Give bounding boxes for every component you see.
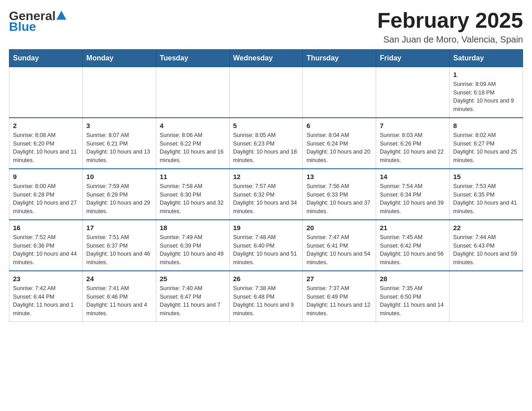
day-number: 10: [86, 173, 152, 180]
calendar-cell: [82, 67, 156, 118]
calendar-cell: 13Sunrise: 7:56 AMSunset: 6:33 PMDayligh…: [303, 169, 376, 220]
svg-marker-0: [56, 11, 66, 20]
day-info: Sunrise: 7:53 AMSunset: 6:35 PMDaylight:…: [453, 182, 519, 216]
calendar-cell: 1Sunrise: 8:09 AMSunset: 6:18 PMDaylight…: [450, 67, 523, 118]
day-number: 7: [380, 122, 446, 129]
day-info: Sunrise: 8:06 AMSunset: 6:22 PMDaylight:…: [160, 131, 226, 165]
day-info: Sunrise: 7:48 AMSunset: 6:40 PMDaylight:…: [233, 233, 299, 267]
calendar-cell: 24Sunrise: 7:41 AMSunset: 6:46 PMDayligh…: [82, 271, 156, 322]
logo-triangle-icon: [56, 11, 66, 20]
day-info: Sunrise: 8:03 AMSunset: 6:26 PMDaylight:…: [380, 131, 446, 165]
month-title: February 2025: [377, 9, 523, 33]
calendar-cell: 2Sunrise: 8:08 AMSunset: 6:20 PMDaylight…: [9, 118, 83, 169]
day-info: Sunrise: 7:42 AMSunset: 6:44 PMDaylight:…: [13, 284, 79, 318]
day-info: Sunrise: 7:35 AMSunset: 6:50 PMDaylight:…: [380, 284, 446, 318]
day-number: 1: [453, 71, 519, 78]
day-number: 9: [13, 173, 79, 180]
day-number: 13: [306, 173, 372, 180]
page-header: General Blue February 2025 San Juan de M…: [9, 9, 523, 45]
day-number: 18: [160, 224, 226, 231]
calendar-cell: [376, 67, 450, 118]
day-info: Sunrise: 7:38 AMSunset: 6:48 PMDaylight:…: [233, 284, 299, 318]
day-info: Sunrise: 7:57 AMSunset: 6:32 PMDaylight:…: [233, 182, 299, 216]
calendar-cell: 21Sunrise: 7:45 AMSunset: 6:42 PMDayligh…: [376, 220, 450, 271]
calendar-cell: 12Sunrise: 7:57 AMSunset: 6:32 PMDayligh…: [229, 169, 303, 220]
calendar-cell: [229, 67, 303, 118]
calendar-cell: 3Sunrise: 8:07 AMSunset: 6:21 PMDaylight…: [82, 118, 156, 169]
day-number: 20: [306, 224, 372, 231]
calendar-cell: 4Sunrise: 8:06 AMSunset: 6:22 PMDaylight…: [156, 118, 229, 169]
weekday-header-monday: Monday: [82, 49, 156, 67]
calendar-cell: 6Sunrise: 8:04 AMSunset: 6:24 PMDaylight…: [303, 118, 376, 169]
calendar-cell: 16Sunrise: 7:52 AMSunset: 6:36 PMDayligh…: [9, 220, 83, 271]
day-number: 8: [453, 122, 519, 129]
day-number: 17: [86, 224, 152, 231]
day-info: Sunrise: 7:40 AMSunset: 6:47 PMDaylight:…: [160, 284, 226, 318]
day-number: 11: [160, 173, 226, 180]
day-number: 5: [233, 122, 299, 129]
calendar-table: SundayMondayTuesdayWednesdayThursdayFrid…: [9, 49, 523, 322]
day-number: 14: [380, 173, 446, 180]
day-info: Sunrise: 7:41 AMSunset: 6:46 PMDaylight:…: [86, 284, 152, 318]
day-number: 12: [233, 173, 299, 180]
day-number: 26: [233, 275, 299, 283]
weekday-header-friday: Friday: [376, 49, 450, 67]
day-info: Sunrise: 7:45 AMSunset: 6:42 PMDaylight:…: [380, 233, 446, 267]
calendar-cell: 19Sunrise: 7:48 AMSunset: 6:40 PMDayligh…: [229, 220, 303, 271]
calendar-cell: [156, 67, 229, 118]
day-number: 22: [453, 224, 519, 231]
calendar-cell: 15Sunrise: 7:53 AMSunset: 6:35 PMDayligh…: [450, 169, 523, 220]
title-block: February 2025 San Juan de Moro, Valencia…: [377, 9, 523, 45]
day-number: 28: [380, 275, 446, 283]
weekday-header-wednesday: Wednesday: [229, 49, 303, 67]
calendar-cell: 7Sunrise: 8:03 AMSunset: 6:26 PMDaylight…: [376, 118, 450, 169]
calendar-week-2: 2Sunrise: 8:08 AMSunset: 6:20 PMDaylight…: [9, 118, 523, 169]
calendar-cell: 20Sunrise: 7:47 AMSunset: 6:41 PMDayligh…: [303, 220, 376, 271]
day-info: Sunrise: 7:44 AMSunset: 6:43 PMDaylight:…: [453, 233, 519, 267]
day-number: 21: [380, 224, 446, 231]
location-title: San Juan de Moro, Valencia, Spain: [377, 34, 523, 45]
calendar-cell: 17Sunrise: 7:51 AMSunset: 6:37 PMDayligh…: [82, 220, 156, 271]
weekday-header-tuesday: Tuesday: [156, 49, 229, 67]
day-info: Sunrise: 8:04 AMSunset: 6:24 PMDaylight:…: [306, 131, 372, 165]
logo: General Blue: [9, 9, 66, 34]
day-info: Sunrise: 7:37 AMSunset: 6:49 PMDaylight:…: [306, 284, 372, 318]
day-number: 2: [13, 122, 79, 129]
weekday-header-sunday: Sunday: [9, 49, 83, 67]
calendar-cell: 8Sunrise: 8:02 AMSunset: 6:27 PMDaylight…: [450, 118, 523, 169]
weekday-header-saturday: Saturday: [450, 49, 523, 67]
calendar-cell: [303, 67, 376, 118]
calendar-cell: 18Sunrise: 7:49 AMSunset: 6:39 PMDayligh…: [156, 220, 229, 271]
calendar-cell: 11Sunrise: 7:58 AMSunset: 6:30 PMDayligh…: [156, 169, 229, 220]
day-number: 3: [86, 122, 152, 129]
day-info: Sunrise: 8:08 AMSunset: 6:20 PMDaylight:…: [13, 131, 79, 165]
calendar-cell: 27Sunrise: 7:37 AMSunset: 6:49 PMDayligh…: [303, 271, 376, 322]
calendar-cell: 9Sunrise: 8:00 AMSunset: 6:28 PMDaylight…: [9, 169, 83, 220]
day-number: 27: [306, 275, 372, 283]
day-info: Sunrise: 7:54 AMSunset: 6:34 PMDaylight:…: [380, 182, 446, 216]
calendar-cell: 23Sunrise: 7:42 AMSunset: 6:44 PMDayligh…: [9, 271, 83, 322]
day-info: Sunrise: 7:52 AMSunset: 6:36 PMDaylight:…: [13, 233, 79, 267]
day-number: 24: [86, 275, 152, 283]
calendar-cell: 5Sunrise: 8:05 AMSunset: 6:23 PMDaylight…: [229, 118, 303, 169]
day-info: Sunrise: 7:59 AMSunset: 6:29 PMDaylight:…: [86, 182, 152, 216]
day-info: Sunrise: 7:51 AMSunset: 6:37 PMDaylight:…: [86, 233, 152, 267]
calendar-cell: 25Sunrise: 7:40 AMSunset: 6:47 PMDayligh…: [156, 271, 229, 322]
day-number: 25: [160, 275, 226, 283]
day-info: Sunrise: 8:05 AMSunset: 6:23 PMDaylight:…: [233, 131, 299, 165]
calendar-header-row: SundayMondayTuesdayWednesdayThursdayFrid…: [9, 49, 523, 67]
day-number: 4: [160, 122, 226, 129]
calendar-cell: [9, 67, 83, 118]
day-number: 16: [13, 224, 79, 231]
calendar-cell: 26Sunrise: 7:38 AMSunset: 6:48 PMDayligh…: [229, 271, 303, 322]
day-number: 19: [233, 224, 299, 231]
calendar-cell: 28Sunrise: 7:35 AMSunset: 6:50 PMDayligh…: [376, 271, 450, 322]
day-number: 6: [306, 122, 372, 129]
weekday-header-thursday: Thursday: [303, 49, 376, 67]
day-number: 15: [453, 173, 519, 180]
day-info: Sunrise: 7:58 AMSunset: 6:30 PMDaylight:…: [160, 182, 226, 216]
calendar-week-1: 1Sunrise: 8:09 AMSunset: 6:18 PMDaylight…: [9, 67, 523, 118]
day-info: Sunrise: 7:49 AMSunset: 6:39 PMDaylight:…: [160, 233, 226, 267]
calendar-week-5: 23Sunrise: 7:42 AMSunset: 6:44 PMDayligh…: [9, 271, 523, 322]
calendar-cell: 14Sunrise: 7:54 AMSunset: 6:34 PMDayligh…: [376, 169, 450, 220]
